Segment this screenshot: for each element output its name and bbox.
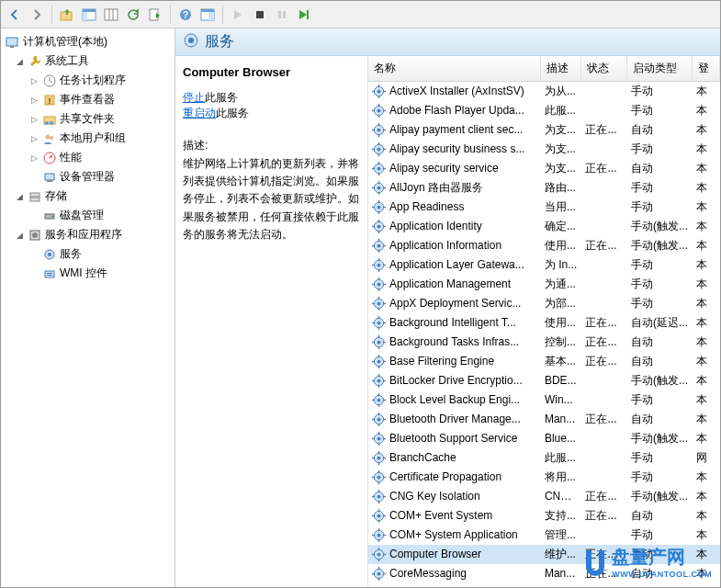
table-row[interactable]: ActiveX Installer (AxInstSV)为从...手动本 bbox=[368, 82, 720, 101]
table-row[interactable]: Background Intelligent T...使用...正在...自动(… bbox=[368, 313, 720, 333]
svg-point-182 bbox=[377, 533, 381, 537]
svg-point-194 bbox=[377, 571, 381, 575]
restart-link[interactable]: 重启动 bbox=[183, 107, 216, 119]
svg-point-140 bbox=[377, 398, 381, 401]
table-row[interactable]: Base Filtering Engine基本...正在...自动本 bbox=[368, 352, 720, 371]
tree-systools[interactable]: ◢ 系统工具 bbox=[1, 51, 175, 71]
expand-icon[interactable]: ▷ bbox=[28, 96, 39, 105]
expand-icon[interactable]: ▷ bbox=[28, 134, 39, 143]
svg-point-24 bbox=[50, 121, 53, 125]
table-row[interactable]: AllJoyn 路由器服务路由...手动本 bbox=[368, 178, 720, 198]
cell-name: Application Management bbox=[368, 277, 541, 291]
watermark: 盘量产网 WWW.UPANTOOL.COM bbox=[582, 545, 712, 579]
table-row[interactable]: Application Management为通...手动本 bbox=[368, 275, 720, 294]
tree-localusers[interactable]: ▷ 本地用户和组 bbox=[1, 129, 175, 148]
table-row[interactable]: AppX Deployment Servic...为部...手动本 bbox=[368, 294, 720, 313]
cell-desc: BDE... bbox=[541, 374, 582, 387]
up-icon[interactable] bbox=[57, 5, 77, 25]
export-icon[interactable] bbox=[145, 5, 165, 25]
table-row[interactable]: BitLocker Drive Encryptio...BDE...手动(触发.… bbox=[368, 371, 720, 390]
stop-link[interactable]: 停止 bbox=[183, 91, 205, 104]
cell-status: 正在... bbox=[581, 354, 627, 369]
perf-icon bbox=[42, 151, 57, 165]
expand-icon[interactable]: ▷ bbox=[28, 76, 39, 85]
table-row[interactable]: Application Information使用...正在...手动(触发..… bbox=[368, 236, 720, 255]
cell-name: Application Layer Gatewa... bbox=[368, 258, 541, 272]
pause-service-icon[interactable] bbox=[272, 5, 292, 25]
collapse-icon[interactable]: ◢ bbox=[14, 57, 25, 66]
table-row[interactable]: BranchCache此服...手动网 bbox=[368, 448, 720, 468]
tree-shared[interactable]: ▷ 共享文件夹 bbox=[1, 109, 175, 129]
table-row[interactable]: Bluetooth Support ServiceBlue...手动(触发...… bbox=[368, 429, 720, 448]
start-service-icon[interactable] bbox=[228, 5, 248, 25]
tree-diskmgmt[interactable]: 磁盘管理 bbox=[1, 206, 175, 225]
cell-start: 自动 bbox=[627, 334, 693, 350]
tree-root[interactable]: 计算机管理(本地) bbox=[1, 32, 175, 51]
tree-devmgr[interactable]: 设备管理器 bbox=[1, 167, 175, 187]
table-row[interactable]: Adobe Flash Player Upda...此服...手动本 bbox=[368, 101, 720, 120]
cell-logon: 网 bbox=[693, 450, 720, 466]
back-button[interactable] bbox=[5, 5, 25, 25]
table-row[interactable]: Bluetooth Driver Manage...Man...正在...自动本 bbox=[368, 410, 720, 429]
svg-point-170 bbox=[377, 494, 381, 498]
table-row[interactable]: Alipay security business s...为支...手动本 bbox=[368, 140, 720, 159]
cell-name: App Readiness bbox=[368, 200, 541, 214]
tree-eventviewer[interactable]: ▷ ! 事件查看器 bbox=[1, 90, 175, 109]
tree-wmi[interactable]: WMI 控件 bbox=[1, 264, 175, 283]
tree-services[interactable]: 服务 bbox=[1, 244, 175, 264]
cell-status: 正在... bbox=[581, 238, 627, 254]
table-row[interactable]: App Readiness当用...手动本 bbox=[368, 198, 720, 217]
col-header-name[interactable]: 名称 bbox=[368, 56, 541, 81]
cell-desc: 此服... bbox=[541, 103, 582, 119]
restart-service-icon[interactable] bbox=[294, 5, 314, 25]
svg-point-26 bbox=[50, 136, 53, 140]
detail-desc-label: 描述: bbox=[183, 138, 360, 153]
svg-point-110 bbox=[377, 301, 381, 305]
show-hide-tree-icon[interactable] bbox=[79, 5, 99, 25]
stop-service-icon[interactable] bbox=[250, 5, 270, 25]
svg-rect-15 bbox=[283, 11, 286, 18]
table-row[interactable]: Application Identity确定...手动(触发...本 bbox=[368, 217, 720, 236]
table-row[interactable]: Alipay payment client sec...为支...正在...自动… bbox=[368, 120, 720, 140]
cell-desc: Man... bbox=[541, 567, 582, 580]
table-row[interactable]: Certificate Propagation将用...手动本 bbox=[368, 468, 720, 487]
refresh-icon[interactable] bbox=[123, 5, 143, 25]
tree-scheduler[interactable]: ▷ 任务计划程序 bbox=[1, 71, 175, 90]
cell-start: 手动(触发... bbox=[627, 431, 693, 447]
cell-status: 正在... bbox=[581, 315, 627, 331]
table-row[interactable]: COM+ System Application管理...手动本 bbox=[368, 526, 720, 545]
table-row[interactable]: Application Layer Gatewa...为 In...手动本 bbox=[368, 255, 720, 275]
properties-icon[interactable] bbox=[197, 5, 218, 25]
forward-button[interactable] bbox=[27, 5, 47, 25]
col-header-status[interactable]: 状态 bbox=[581, 56, 627, 81]
table-row[interactable]: Alipay security service为支...正在...自动本 bbox=[368, 159, 720, 178]
cell-desc: 维护... bbox=[541, 547, 582, 562]
svg-point-128 bbox=[377, 359, 381, 363]
svg-point-104 bbox=[377, 282, 381, 286]
event-icon: ! bbox=[42, 93, 57, 107]
help-icon[interactable]: ? bbox=[175, 5, 196, 25]
table-row[interactable]: Block Level Backup Engi...Win...手动本 bbox=[368, 390, 720, 410]
cell-desc: 使用... bbox=[541, 238, 582, 254]
cell-start: 手动 bbox=[627, 527, 693, 543]
expand-icon[interactable]: ▷ bbox=[28, 153, 39, 163]
col-header-start[interactable]: 启动类型 bbox=[627, 56, 693, 81]
separator bbox=[222, 6, 223, 24]
collapse-icon[interactable]: ◢ bbox=[14, 192, 25, 201]
tree-perf[interactable]: ▷ 性能 bbox=[1, 148, 175, 167]
col-header-desc[interactable]: 描述 bbox=[541, 56, 582, 81]
separator bbox=[170, 6, 171, 24]
list-header: 名称 描述 状态 启动类型 登 bbox=[368, 56, 720, 82]
table-row[interactable]: CNG Key IsolationCNG...正在...手动(触发...本 bbox=[368, 487, 720, 506]
cell-logon: 本 bbox=[693, 412, 720, 427]
columns-icon[interactable] bbox=[101, 5, 121, 25]
expand-icon[interactable]: ▷ bbox=[28, 115, 39, 124]
tree-svcapps[interactable]: ◢ 服务和应用程序 bbox=[1, 225, 175, 244]
collapse-icon[interactable]: ◢ bbox=[14, 231, 25, 240]
col-header-logon[interactable]: 登 bbox=[693, 56, 720, 81]
table-row[interactable]: COM+ Event System支持...正在...自动本 bbox=[368, 506, 720, 526]
tree-storage[interactable]: ◢ 存储 bbox=[1, 187, 175, 206]
table-row[interactable]: Background Tasks Infras...控制...正在...自动本 bbox=[368, 333, 720, 352]
cell-name: CNG Key Isolation bbox=[368, 490, 541, 503]
cell-logon: 本 bbox=[693, 373, 720, 389]
